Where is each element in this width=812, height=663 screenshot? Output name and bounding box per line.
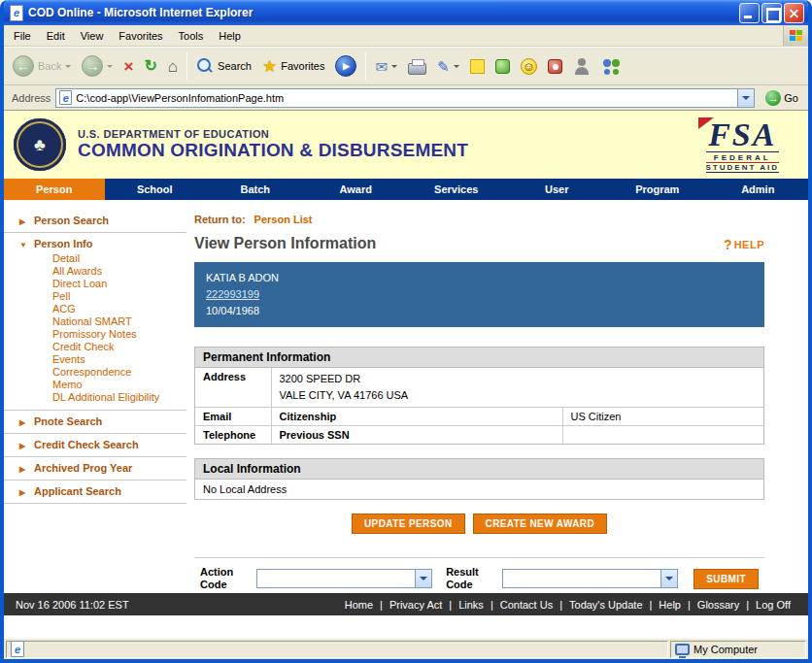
discuss-note-icon (470, 59, 485, 74)
action-code-dropdown-icon[interactable] (415, 570, 431, 587)
menu-favorites[interactable]: Favorites (111, 27, 170, 45)
fsa-logo: FSA FEDERAL STUDENT AID (706, 117, 779, 173)
sidebar-section-archived-prog-year[interactable]: ▶Archived Prog Year (4, 457, 186, 481)
sidebar-item-events[interactable]: Events (52, 353, 183, 366)
sidebar-item-dl-additional-eligibility[interactable]: DL Additional Eligibility (52, 391, 183, 404)
result-code-dropdown-icon[interactable] (660, 570, 677, 587)
discuss-button[interactable] (465, 50, 490, 83)
home-button[interactable]: ⌂ (163, 50, 183, 83)
person-dob: 10/04/1968 (206, 303, 753, 319)
submit-button[interactable]: SUBMIT (694, 569, 759, 589)
nav-tab-award[interactable]: Award (306, 179, 407, 200)
nav-tab-batch[interactable]: Batch (205, 179, 306, 200)
mail-button[interactable]: ✉ (370, 50, 402, 83)
search-button[interactable]: Search (191, 50, 256, 83)
nav-tab-program[interactable]: Program (607, 179, 708, 200)
mail-dropdown-icon[interactable] (391, 65, 397, 71)
camera-button[interactable] (543, 50, 567, 83)
camera-icon (548, 59, 562, 74)
nav-tab-user[interactable]: User (507, 179, 608, 200)
footer-link-log-off[interactable]: Log Off (750, 599, 796, 611)
menu-help[interactable]: Help (211, 27, 249, 45)
person-list-link[interactable]: Person List (254, 214, 313, 225)
nav-tab-admin[interactable]: Admin (708, 179, 809, 200)
nav-tab-school[interactable]: School (105, 179, 206, 200)
footer-link-todays-update[interactable]: Today's Update (563, 599, 648, 611)
address-field[interactable]: e (55, 88, 755, 108)
sidebar-item-all-awards[interactable]: All Awards (52, 265, 183, 278)
sidebar-section-person-search[interactable]: ▶Person Search (4, 210, 186, 233)
people-button[interactable] (596, 50, 627, 83)
edit-button[interactable]: ✎ (432, 50, 464, 83)
footer-link-contact-us[interactable]: Contact Us (494, 599, 558, 611)
local-address-value: No Local Address (195, 480, 763, 499)
nav-tab-services[interactable]: Services (406, 179, 507, 200)
sidebar-section-pnote-search[interactable]: ▶Pnote Search (4, 411, 186, 434)
sidebar-section-applicant-search[interactable]: ▶Applicant Search (4, 481, 186, 504)
permanent-information-header: Permanent Information (195, 348, 763, 368)
menu-file[interactable]: File (6, 27, 39, 45)
toolbar-separator (365, 52, 366, 80)
sidebar-item-promissory-notes[interactable]: Promissory Notes (52, 328, 183, 341)
footer-link-home[interactable]: Home (339, 599, 379, 611)
app-title: COMMON ORIGINATION & DISBURSEMENT (78, 140, 468, 161)
go-button[interactable]: → Go (760, 88, 804, 108)
sidebar-item-detail[interactable]: Detail (52, 252, 183, 265)
menu-edit[interactable]: Edit (39, 27, 73, 45)
contact-button[interactable] (568, 50, 595, 83)
back-button[interactable]: ← Back (8, 50, 76, 83)
refresh-button[interactable]: ↻ (139, 50, 161, 83)
action-code-select[interactable] (256, 569, 432, 588)
chevron-right-icon: ▶ (19, 465, 28, 474)
minimize-button[interactable] (739, 3, 760, 23)
chevron-right-icon: ▶ (19, 488, 28, 497)
favorites-star-icon: ★ (262, 58, 277, 75)
smiley-button[interactable]: ☺ (516, 50, 542, 83)
stop-button[interactable]: × (118, 50, 138, 83)
menu-tools[interactable]: Tools (171, 27, 212, 45)
forward-icon: → (82, 55, 103, 77)
footer-link-links[interactable]: Links (453, 599, 490, 611)
address-label: Address (195, 368, 271, 408)
menu-view[interactable]: View (73, 27, 112, 45)
maximize-button[interactable] (761, 3, 782, 23)
windows-logo-icon (783, 25, 808, 46)
sidebar-item-credit-check[interactable]: Credit Check (52, 341, 183, 353)
telephone-label: Telephone (195, 426, 271, 445)
sidebar-item-direct-loan[interactable]: Direct Loan (52, 278, 183, 290)
media-button[interactable]: ▶ (330, 50, 361, 83)
address-input[interactable] (76, 90, 737, 106)
result-code-select[interactable] (502, 569, 678, 588)
sidebar-item-correspondence[interactable]: Correspondence (52, 366, 183, 379)
address-dropdown-button[interactable] (737, 89, 754, 107)
local-information-header: Local Information (195, 459, 763, 480)
footer-link-privacy-act[interactable]: Privacy Act (384, 599, 448, 611)
print-button[interactable] (403, 50, 431, 83)
status-zone-panel: My Computer (670, 641, 806, 658)
person-ssn-link[interactable]: 222993199 (206, 288, 259, 300)
sidebar-item-acg[interactable]: ACG (52, 303, 183, 315)
footer-timestamp: Nov 16 2006 11:02 EST (16, 599, 129, 611)
back-dropdown-icon[interactable] (65, 65, 71, 71)
footer-link-help[interactable]: Help (653, 599, 687, 611)
nav-tab-person[interactable]: Person (4, 179, 105, 200)
update-person-button[interactable]: UPDATE PERSON (352, 514, 465, 534)
messenger-button[interactable] (491, 50, 515, 83)
sidebar-item-memo[interactable]: Memo (52, 379, 183, 391)
sidebar-item-pell[interactable]: Pell (52, 290, 183, 303)
window-title: COD Online - Microsoft Internet Explorer (28, 6, 739, 19)
edit-dropdown-icon[interactable] (454, 65, 459, 71)
create-new-award-button[interactable]: CREATE NEW AWARD (473, 514, 608, 534)
title-bar[interactable]: e COD Online - Microsoft Internet Explor… (4, 0, 808, 25)
favorites-button[interactable]: ★ Favorites (257, 50, 330, 83)
help-button[interactable]: ? HELP (724, 237, 764, 252)
sidebar-item-national-smart[interactable]: National SMART (52, 315, 183, 328)
close-button[interactable] (784, 3, 804, 23)
forward-dropdown-icon[interactable] (107, 65, 113, 71)
person-name: KATIA B ADON (206, 270, 753, 286)
citizenship-value: US Citizen (562, 408, 763, 426)
sidebar-section-credit-check-search[interactable]: ▶Credit Check Search (4, 434, 186, 457)
smiley-icon: ☺ (521, 58, 537, 75)
footer-link-glossary[interactable]: Glossary (692, 599, 745, 611)
forward-button[interactable]: → (77, 50, 118, 83)
